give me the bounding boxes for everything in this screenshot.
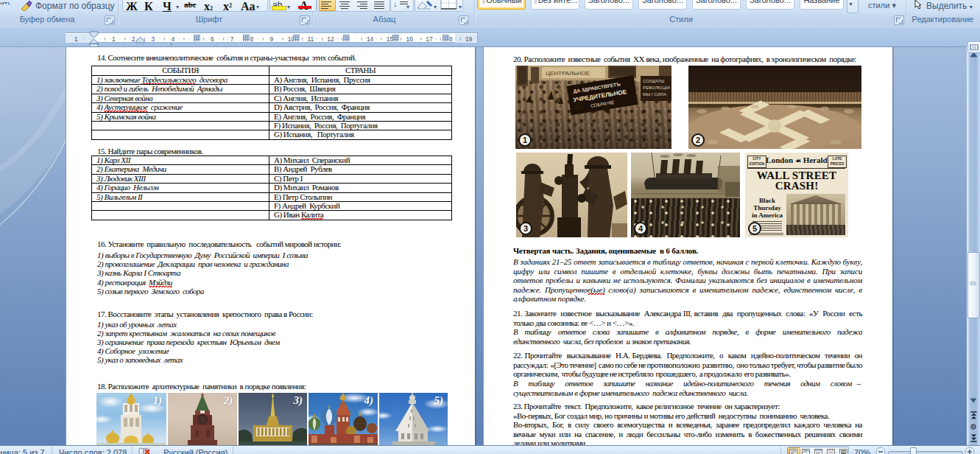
svg-text:ЦЕНТРАЛЬНОЕ: ЦЕНТРАЛЬНОЕ — [546, 70, 590, 77]
svg-text:СОЛДАТЫ: СОЛДАТЫ — [643, 79, 664, 83]
svg-text:РЕВОЛЮЦІИ: РЕВОЛЮЦІИ — [643, 85, 670, 90]
svg-text:МЫ І СИЛА: МЫ І СИЛА — [643, 92, 666, 97]
